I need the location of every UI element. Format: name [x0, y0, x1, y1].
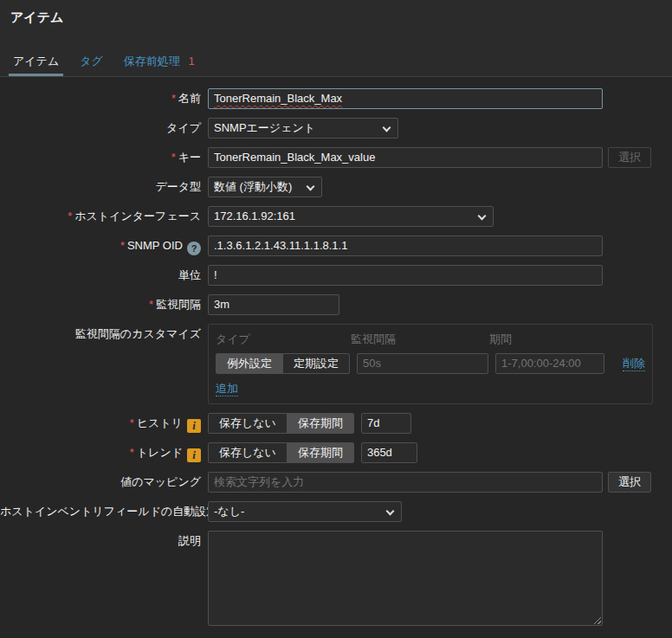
- name-label: 名前: [178, 92, 201, 105]
- required-marker: *: [68, 209, 72, 222]
- snmp-oid-input[interactable]: .1.3.6.1.2.1.43.11.1.1.8.1.1: [208, 235, 603, 256]
- remove-interval-link[interactable]: 削除: [623, 357, 645, 371]
- trends-period-input[interactable]: 365d: [361, 442, 417, 463]
- trends-mode-toggle: 保存しない 保存期間: [208, 442, 354, 463]
- value-type-select[interactable]: 数値 (浮動小数): [208, 177, 322, 197]
- description-textarea[interactable]: [208, 531, 603, 626]
- item-form: *名前 TonerRemain_Black_Max タイプ SNMPエージェント…: [0, 77, 672, 638]
- row-value-mapping: 値のマッピング 検索文字列を入力 選択: [0, 472, 672, 493]
- snmp-oid-label: SNMP OID: [127, 239, 183, 252]
- value-type-label: データ型: [155, 180, 201, 193]
- required-marker: *: [130, 416, 134, 429]
- type-select[interactable]: SNMPエージェント: [208, 118, 398, 139]
- tab-item-label: アイテム: [13, 55, 59, 68]
- chevron-down-icon: [386, 507, 395, 516]
- value-mapping-input[interactable]: 検索文字列を入力: [208, 472, 603, 493]
- inventory-link-select-value: -なし-: [214, 505, 244, 518]
- history-storage-period[interactable]: 保存期間: [287, 414, 353, 433]
- custom-intervals-header-interval: 監視間隔: [351, 332, 489, 347]
- value-mapping-placeholder: 検索文字列を入力: [214, 475, 304, 488]
- row-history: *ヒストリi 保存しない 保存期間 7d: [0, 413, 672, 434]
- key-select-button[interactable]: 選択: [608, 147, 651, 168]
- interval-type-scheduling[interactable]: 定期設定: [282, 354, 349, 373]
- row-update-interval: *監視間隔 3m: [0, 294, 672, 315]
- row-custom-intervals: 監視間隔のカスタマイズ タイプ 監視間隔 期間 例外設定 定期設定 50s 1-…: [0, 324, 672, 404]
- custom-intervals-header-type: タイプ: [216, 332, 351, 347]
- tab-preprocessing[interactable]: 保存前処理 1: [120, 50, 199, 76]
- key-input[interactable]: TonerRemain_Black_Max_value: [208, 147, 603, 168]
- name-input-value: TonerRemain_Black_Max: [214, 92, 342, 105]
- row-inventory-link: ホストインベントリフィールドの自動設定 -なし-: [0, 501, 672, 522]
- units-input-value: !: [214, 268, 217, 281]
- custom-intervals-box: タイプ 監視間隔 期間 例外設定 定期設定 50s 1-7,00:00-24:0…: [208, 324, 653, 404]
- update-interval-input[interactable]: 3m: [208, 294, 339, 315]
- interval-type-flexible[interactable]: 例外設定: [216, 354, 282, 373]
- inventory-link-label: ホストインベントリフィールドの自動設定: [0, 505, 217, 518]
- help-icon[interactable]: ?: [187, 242, 201, 255]
- history-do-not-store[interactable]: 保存しない: [209, 414, 287, 433]
- preprocessing-count-badge: 1: [188, 55, 194, 68]
- resize-handle[interactable]: [592, 615, 601, 624]
- tab-preprocessing-label: 保存前処理: [124, 55, 180, 68]
- key-input-value: TonerRemain_Black_Max_value: [214, 151, 375, 164]
- required-marker: *: [171, 92, 176, 105]
- update-interval-label: 監視間隔: [156, 298, 201, 311]
- trends-label: トレンド: [137, 446, 183, 459]
- host-interface-select[interactable]: 172.16.1.92:161: [208, 206, 494, 227]
- row-units: 単位 !: [0, 265, 672, 286]
- snmp-oid-input-value: .1.3.6.1.2.1.43.11.1.1.8.1.1: [214, 239, 347, 252]
- name-input[interactable]: TonerRemain_Black_Max: [208, 88, 603, 109]
- custom-intervals-header-period: 期間: [489, 332, 512, 347]
- row-snmp-oid: *SNMP OID? .1.3.6.1.2.1.43.11.1.1.8.1.1: [0, 235, 672, 256]
- trends-do-not-store[interactable]: 保存しない: [209, 443, 287, 462]
- add-interval-link[interactable]: 追加: [216, 382, 238, 396]
- row-type: タイプ SNMPエージェント: [0, 118, 672, 139]
- row-trends: *トレンドi 保存しない 保存期間 365d: [0, 442, 672, 463]
- row-host-interface: *ホストインターフェース 172.16.1.92:161: [0, 206, 672, 227]
- description-label: 説明: [178, 534, 201, 547]
- units-label: 単位: [178, 268, 201, 281]
- chevron-down-icon: [307, 183, 315, 191]
- value-type-select-value: 数値 (浮動小数): [214, 180, 292, 193]
- info-icon[interactable]: i: [187, 419, 201, 433]
- page-title: アイテム: [0, 0, 672, 38]
- custom-intervals-label: 監視間隔のカスタマイズ: [75, 327, 201, 340]
- host-interface-label: ホストインターフェース: [74, 209, 201, 222]
- custom-interval-row: 例外設定 定期設定 50s 1-7,00:00-24:00 削除: [216, 353, 645, 374]
- history-mode-toggle: 保存しない 保存期間: [208, 413, 354, 434]
- page-header: アイテム アイテム タグ 保存前処理 1: [0, 0, 672, 76]
- chevron-down-icon: [383, 124, 391, 132]
- tab-tags-label: タグ: [80, 55, 103, 68]
- required-marker: *: [171, 151, 176, 164]
- info-icon[interactable]: i: [187, 448, 201, 462]
- row-name: *名前 TonerRemain_Black_Max: [0, 88, 672, 109]
- custom-period-input[interactable]: 1-7,00:00-24:00: [495, 353, 604, 374]
- required-marker: *: [120, 239, 125, 252]
- update-interval-input-value: 3m: [214, 298, 229, 311]
- history-label: ヒストリ: [137, 416, 183, 429]
- type-select-value: SNMPエージェント: [214, 121, 315, 134]
- tab-tags[interactable]: タグ: [75, 50, 107, 76]
- type-label: タイプ: [166, 121, 201, 134]
- value-mapping-label: 値のマッピング: [120, 475, 201, 488]
- inventory-link-select[interactable]: -なし-: [208, 501, 402, 522]
- row-enabled: 有効 ✓: [0, 635, 672, 638]
- tab-item[interactable]: アイテム: [9, 50, 63, 76]
- interval-type-toggle: 例外設定 定期設定: [216, 353, 350, 374]
- key-label: キー: [178, 151, 201, 164]
- required-marker: *: [149, 298, 153, 311]
- custom-interval-input[interactable]: 50s: [357, 353, 488, 374]
- units-input[interactable]: !: [208, 265, 603, 286]
- tab-bar: アイテム タグ 保存前処理 1: [0, 38, 672, 76]
- row-key: *キー TonerRemain_Black_Max_value 選択: [0, 147, 672, 168]
- value-mapping-select-button[interactable]: 選択: [608, 472, 651, 493]
- required-marker: *: [130, 446, 134, 459]
- chevron-down-icon: [478, 212, 487, 221]
- history-period-input[interactable]: 7d: [361, 413, 411, 434]
- host-interface-select-value: 172.16.1.92:161: [214, 209, 295, 222]
- row-description: 説明: [0, 531, 672, 626]
- trends-storage-period[interactable]: 保存期間: [287, 443, 353, 462]
- row-value-type: データ型 数値 (浮動小数): [0, 177, 672, 197]
